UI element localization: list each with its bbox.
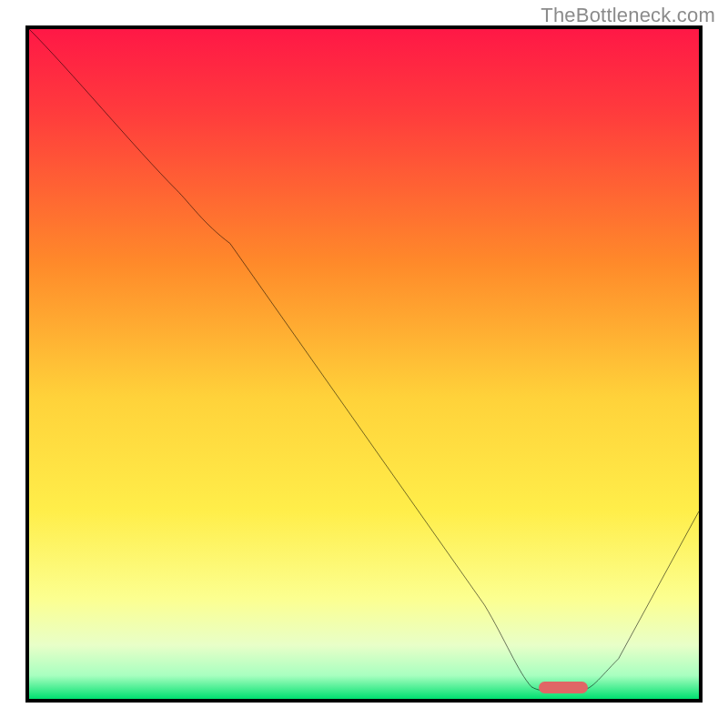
watermark-text: TheBottleneck.com bbox=[541, 4, 715, 27]
svg-rect-0 bbox=[29, 29, 699, 699]
optimal-marker bbox=[539, 682, 588, 693]
plot-area bbox=[25, 25, 703, 703]
heat-gradient-bg bbox=[29, 29, 699, 699]
